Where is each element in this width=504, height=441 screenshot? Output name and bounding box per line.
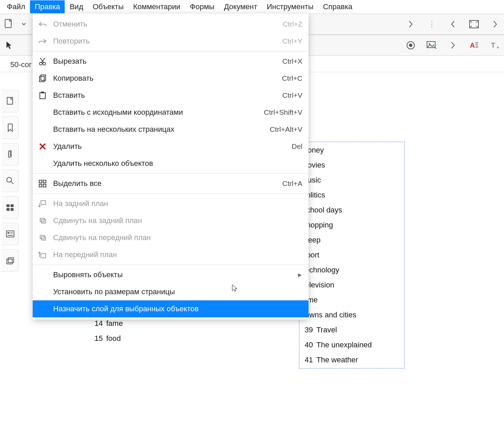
side-search-icon[interactable] [2,170,19,192]
doc-right-column[interactable]: Money Movies Music Politics School days … [299,142,405,368]
list-item: Sleep [301,233,402,248]
chevron-right-icon-2[interactable] [489,18,501,30]
blank-icon [37,287,48,297]
menu-item: На передний план [33,246,309,263]
menu-item-label: Установить по размерам страницы [53,287,297,296]
image-edit-icon[interactable] [426,39,438,51]
menu-item[interactable]: КопироватьCtrl+C [33,70,309,87]
menu-item-label: Вставить [53,91,277,100]
menu-item[interactable]: Вставить на нескольких страницахCtrl+Alt… [33,121,309,138]
menu-item-label: Копировать [53,74,277,83]
menu-item-label: Сдвинуть на передний план [53,233,297,242]
menu-item-label: На задний план [53,199,297,208]
submenu-arrow-icon: ▸ [297,270,302,279]
menubar: Файл Правка Вид Объекты Комментарии Форм… [0,0,504,14]
svg-rect-34 [40,93,45,99]
menu-item[interactable]: ВырезатьCtrl+X [33,53,309,70]
list-item: Music [301,173,402,188]
svg-point-3 [431,27,432,28]
menu-item[interactable]: Назначить слой для выбранных объектов [33,300,309,317]
menu-item: На задний план [33,195,309,212]
bringforward-icon [37,233,48,243]
menu-shortcut: Ctrl+Z [283,20,302,28]
menu-item-label: Вставить на нескольких страницах [53,125,264,134]
menu-item-label: Сдвинуть на задний план [53,216,297,225]
menu-item[interactable]: Установить по размерам страницы [33,283,309,300]
list-item: 39Travel [301,322,402,337]
menu-item[interactable]: Удалить несколько объектов [33,155,309,172]
list-item: Sport [301,248,402,263]
fit-window-icon[interactable] [468,18,480,30]
menu-item[interactable]: Выделить всеCtrl+A [33,175,309,192]
svg-text:+: + [497,45,499,50]
dropdown-caret-icon[interactable] [21,18,27,30]
list-item: Television [301,278,402,293]
svg-rect-39 [43,180,46,183]
side-bookmark-icon[interactable] [2,116,19,139]
menu-item[interactable]: ВставитьCtrl+V [33,87,309,104]
menu-view[interactable]: Вид [65,0,88,13]
svg-point-6 [409,44,412,47]
menu-objects[interactable]: Объекты [88,0,128,13]
dots-icon[interactable] [426,18,438,30]
copy-icon [37,73,48,83]
menu-item: ПовторитьCtrl+Y [33,33,309,50]
menu-document[interactable]: Документ [219,0,262,13]
menu-file[interactable]: Файл [2,0,30,13]
menu-shortcut: Ctrl+A [282,179,302,188]
menu-item-label: Вставить с исходными координатами [53,108,258,117]
menu-item-label: Вырезать [53,57,277,66]
menu-shortcut: Del [292,142,302,151]
menu-item-label: На передний план [53,250,297,259]
chevron-right-icon-3[interactable] [447,39,459,51]
text-add-icon[interactable]: T+ [489,39,501,51]
new-doc-icon[interactable] [3,18,15,30]
menu-forms[interactable]: Формы [185,0,219,13]
menu-item-label: Повторить [53,37,277,46]
cursor-tool-icon[interactable] [3,39,15,51]
menu-comments[interactable]: Комментарии [128,0,185,13]
svg-rect-32 [40,76,44,82]
edit-dropdown: ОтменитьCtrl+ZПовторитьCtrl+YВырезатьCtr… [33,14,309,319]
menu-tools[interactable]: Инструменты [262,0,318,13]
chevron-left-icon[interactable] [447,18,459,30]
side-layers-icon[interactable] [2,249,19,272]
menu-item[interactable]: Вставить с исходными координатамиCtrl+Sh… [33,104,309,121]
record-icon[interactable] [405,39,417,51]
blank-icon [37,107,48,117]
selectall-icon [37,178,48,189]
menu-separator [33,173,309,174]
menu-item: ОтменитьCtrl+Z [33,16,309,33]
svg-rect-48 [41,254,46,258]
menu-shortcut: Ctrl+Shift+V [264,108,302,116]
redo-icon [37,36,48,46]
list-item: 40The unexplained [301,337,402,352]
svg-rect-41 [43,184,46,187]
delete-icon [37,141,48,152]
blank-icon [37,304,48,314]
svg-rect-18 [6,204,10,207]
svg-rect-35 [41,92,44,93]
text-style-icon[interactable]: A [468,39,480,51]
blank-icon [37,158,48,169]
side-form-icon[interactable] [2,223,19,245]
menu-help[interactable]: Справка [318,0,357,13]
menu-item-label: Назначить слой для выбранных объектов [53,304,297,313]
side-thumbnails-icon[interactable] [2,196,19,219]
menu-separator [33,193,309,194]
svg-point-16 [7,177,12,182]
menu-separator [33,51,309,51]
sendbackward-icon [37,216,48,226]
list-item: School days [301,203,402,218]
menu-item-label: Выровнять объекты [53,270,292,279]
side-attachment-icon[interactable] [2,143,19,166]
list-item: Politics [301,188,402,203]
svg-rect-21 [11,208,14,211]
menu-edit[interactable]: Правка [30,0,65,13]
mouse-cursor-icon [232,284,238,292]
side-pages-icon[interactable] [2,90,19,112]
list-item: Movies [301,158,402,173]
menu-item[interactable]: УдалитьDel [33,138,309,155]
chevron-right-icon[interactable] [405,18,417,30]
menu-item[interactable]: Выровнять объекты▸ [33,266,309,283]
